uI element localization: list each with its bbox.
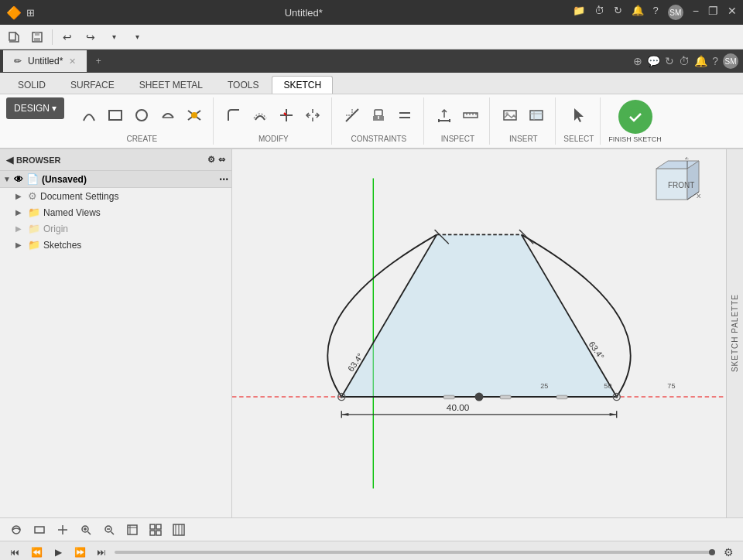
- svg-point-59: [475, 393, 484, 401]
- tab-right-icon-1[interactable]: ⊕: [633, 55, 642, 67]
- insert-image-btn[interactable]: [498, 100, 522, 131]
- minimize-btn[interactable]: −: [693, 5, 699, 20]
- tab-right-icon-5[interactable]: 🔔: [694, 55, 707, 67]
- browser-root-item[interactable]: ▼ 👁 📄 (Unsaved) ⋯: [0, 171, 231, 188]
- bt-orbit-btn[interactable]: [6, 521, 26, 539]
- notification-icon[interactable]: 🔔: [632, 5, 644, 20]
- bt-display-btn[interactable]: [169, 521, 189, 539]
- browser-item-sketches[interactable]: ▶ 📁 Sketches: [0, 237, 231, 253]
- restore-btn[interactable]: ❐: [708, 5, 718, 20]
- svg-text:50: 50: [604, 382, 611, 390]
- file-icon[interactable]: 📁: [573, 5, 585, 20]
- help-icon[interactable]: ?: [653, 5, 659, 20]
- namedviews-label: Named Views: [43, 207, 101, 218]
- insert-btns: [498, 97, 549, 133]
- menu-tab-solid[interactable]: SOLID: [6, 76, 57, 94]
- redo-btn[interactable]: ↪: [80, 27, 101, 47]
- file-menu-btn[interactable]: [3, 27, 25, 47]
- insert-canvas-btn[interactable]: [524, 100, 549, 131]
- svg-point-74: [12, 526, 20, 534]
- tab-add-btn[interactable]: +: [87, 50, 109, 72]
- finish-sketch-btn[interactable]: [618, 100, 652, 134]
- menu-tab-tools[interactable]: TOOLS: [216, 76, 270, 94]
- namedviews-icon: 📁: [28, 207, 40, 218]
- close-btn[interactable]: ✕: [728, 5, 737, 20]
- undo-btn[interactable]: ↩: [56, 27, 78, 47]
- play-btn[interactable]: ▶: [50, 544, 67, 561]
- app-menu-icon[interactable]: ⊞: [26, 7, 35, 19]
- root-eye-icon[interactable]: 👁: [14, 174, 23, 185]
- constraint-fix-btn[interactable]: [366, 100, 391, 131]
- redo-history-btn[interactable]: ▾: [126, 27, 148, 47]
- svg-rect-26: [464, 113, 478, 118]
- browser-resize-icon[interactable]: ⇔: [218, 155, 225, 165]
- svg-rect-88: [150, 531, 155, 535]
- menu-tab-surface[interactable]: SURFACE: [59, 76, 126, 94]
- svg-rect-2: [35, 32, 39, 36]
- design-btn[interactable]: DESIGN ▾: [6, 97, 64, 119]
- sketch-canvas-area[interactable]: FRONT Z X: [232, 149, 726, 517]
- browser-item-origin[interactable]: ▶ 📁 Origin: [0, 220, 231, 237]
- modify-move-btn[interactable]: [300, 100, 325, 131]
- timer-icon[interactable]: ⏱: [594, 5, 604, 20]
- root-options-icon[interactable]: ⋯: [219, 174, 228, 185]
- refresh-icon[interactable]: ↻: [614, 5, 622, 20]
- browser-item-namedviews[interactable]: ▶ 📁 Named Views: [0, 204, 231, 220]
- create-circle-btn[interactable]: [129, 100, 154, 131]
- sketch-palette-panel[interactable]: SKETCH PALETTE: [726, 149, 743, 517]
- titlebar-title: Untitled*: [285, 7, 323, 19]
- user-avatar[interactable]: SM: [668, 5, 683, 20]
- inspect-ruler-btn[interactable]: [458, 100, 483, 131]
- inspect-label: INSPECT: [441, 135, 474, 145]
- browser-item-docsettings[interactable]: ▶ ⚙ Document Settings: [0, 188, 231, 204]
- modify-offset-btn[interactable]: [248, 100, 272, 131]
- modify-trim-btn[interactable]: [274, 100, 299, 131]
- bottom-toolbar: [0, 517, 743, 541]
- tab-right-icon-3[interactable]: ↻: [665, 55, 674, 67]
- tab-user-avatar[interactable]: SM: [723, 53, 738, 69]
- inspect-measure-btn[interactable]: [432, 100, 457, 131]
- app-logo-icon: 🔶: [6, 5, 22, 20]
- bt-zoom-fit-btn[interactable]: [99, 521, 119, 539]
- tab-close-btn[interactable]: ✕: [69, 56, 76, 67]
- svg-point-8: [191, 112, 197, 118]
- bt-pan-btn[interactable]: [53, 521, 73, 539]
- menu-tab-sketch[interactable]: SKETCH: [272, 76, 333, 94]
- sketch-palette-label[interactable]: SKETCH PALETTE: [731, 294, 739, 372]
- svg-marker-63: [341, 413, 348, 416]
- modify-fillet-btn[interactable]: [221, 100, 246, 131]
- play-skip-end-btn[interactable]: ⏭: [93, 544, 110, 561]
- origin-label: Origin: [43, 224, 68, 234]
- titlebar: 🔶 ⊞ Untitled* 📁 ⏱ ↻ 🔔 ? SM − ❐ ✕: [0, 0, 743, 25]
- tab-right-icon-2[interactable]: 💬: [647, 55, 660, 67]
- select-btn[interactable]: [567, 100, 591, 131]
- constraint-equal-btn[interactable]: [392, 100, 417, 131]
- create-rect-btn[interactable]: [103, 100, 128, 131]
- browser-header-icons: ⚙ ⇔: [207, 155, 225, 165]
- save-btn[interactable]: [26, 27, 48, 47]
- browser-settings-icon[interactable]: ⚙: [207, 155, 215, 165]
- timeline-bar[interactable]: [115, 551, 715, 554]
- constraint-line-btn[interactable]: [340, 100, 365, 131]
- viewcube[interactable]: FRONT Z X: [649, 157, 703, 211]
- create-arc2-btn[interactable]: [156, 100, 180, 131]
- menu-tab-sheetmetal[interactable]: SHEET METAL: [128, 76, 214, 94]
- create-trim-btn[interactable]: [182, 100, 207, 131]
- play-skip-start-btn[interactable]: ⏮: [6, 544, 23, 561]
- ribbon: SOLID SURFACE SHEET METAL TOOLS SKETCH D…: [0, 73, 743, 149]
- tab-right-icon-6[interactable]: ?: [712, 55, 718, 67]
- bt-look-btn[interactable]: [29, 521, 50, 539]
- tab-right-icon-4[interactable]: ⏱: [679, 55, 690, 67]
- bt-grid-btn[interactable]: [146, 521, 166, 539]
- bt-view-btn[interactable]: [122, 521, 142, 539]
- play-next-btn[interactable]: ⏩: [71, 544, 88, 561]
- create-arc-btn[interactable]: [77, 100, 101, 131]
- undo-history-btn[interactable]: ▾: [103, 27, 125, 47]
- timeline-settings-btn[interactable]: ⚙: [720, 544, 737, 561]
- play-prev-btn[interactable]: ⏪: [28, 544, 45, 561]
- browser-collapse-icon[interactable]: ◀: [6, 155, 13, 166]
- svg-rect-0: [9, 32, 15, 40]
- bt-zoom-in-btn[interactable]: [76, 521, 96, 539]
- svg-rect-71: [443, 395, 454, 399]
- tab-untitled[interactable]: ✏ Untitled* ✕: [3, 50, 87, 72]
